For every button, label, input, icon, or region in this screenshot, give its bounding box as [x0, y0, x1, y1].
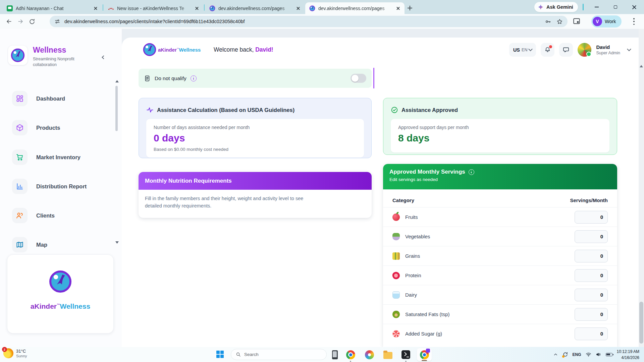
browser-tab-akinder-1[interactable]: dev.akinderwellness.com/pages — [205, 2, 305, 14]
category-icon — [392, 311, 400, 318]
reload-icon — [29, 18, 35, 25]
assistance-calculation-card: Assistance Calculation (Based on USDA Gu… — [139, 98, 372, 158]
wifi-icon[interactable] — [586, 352, 591, 357]
akinder-favicon — [309, 5, 315, 11]
taskbar-app-photos[interactable] — [364, 350, 374, 360]
bookmark-star-icon[interactable] — [556, 18, 563, 25]
clock-date: 4/16/2026 — [617, 355, 639, 361]
pinwheel-icon — [365, 350, 374, 359]
sidebar-scroll-down-arrow[interactable] — [115, 241, 119, 244]
product-box-icon — [16, 124, 24, 132]
weather-temperature: 31°C — [16, 349, 27, 354]
document-icon — [144, 75, 151, 82]
window-close-button[interactable] — [629, 2, 640, 12]
tab-title: dev.akinderwellness.com/pages — [218, 6, 292, 11]
forward-button[interactable] — [15, 16, 26, 27]
browser-tab-chat[interactable]: Adhi Narayanan - Chat — [3, 2, 102, 14]
browser-tab-akinder-active[interactable]: dev.akinderwellness.com/pages — [305, 2, 405, 14]
volume-icon[interactable] — [596, 352, 601, 357]
redmine-icon — [108, 5, 114, 11]
language-selector[interactable]: US EN — [509, 43, 536, 57]
address-bar[interactable]: dev.akinderwellness.com/pages/clients/in… — [50, 16, 568, 27]
sidebar-collapse-button[interactable] — [99, 53, 108, 62]
chat-bubble-icon — [562, 46, 570, 53]
scrollbar-up-arrow[interactable] — [640, 65, 643, 67]
taskbar-clock[interactable]: 10:12:19 AM 4/16/2026 — [617, 349, 639, 361]
search-icon — [236, 352, 241, 357]
tab-close-button[interactable] — [395, 5, 401, 11]
scrollbar-thumb[interactable] — [639, 302, 643, 344]
sidebar-item-products[interactable]: Products — [12, 120, 60, 135]
sidebar-item-distribution-report[interactable]: Distribution Report — [12, 179, 87, 194]
sidebar-item-dashboard[interactable]: Dashboard — [12, 91, 65, 106]
page-header: aKinder™Wellness Welcome back, David! US… — [122, 38, 639, 68]
sidebar-item-market-inventory[interactable]: Market Inventory — [12, 149, 80, 165]
clients-people-icon — [16, 212, 24, 220]
servings-input[interactable]: 0 — [575, 269, 608, 282]
browser-toolbar: dev.akinderwellness.com/pages/clients/in… — [0, 14, 644, 29]
dashboard-grid-icon — [16, 95, 24, 103]
battery-icon[interactable] — [606, 353, 612, 356]
map-icon — [16, 241, 24, 249]
do-not-qualify-toggle[interactable] — [351, 74, 366, 83]
tab-divider — [103, 4, 103, 11]
browser-tab-new-issue[interactable]: New issue - aKinderWellness Te — [104, 2, 203, 14]
sync-status-icon[interactable] — [562, 352, 568, 357]
taskbar-app-chrome[interactable] — [345, 350, 356, 360]
servings-input[interactable]: 0 — [575, 289, 608, 301]
sidebar-scroll-up-arrow[interactable] — [115, 80, 119, 82]
taskbar-weather-widget[interactable]: 2 31°C Sunny — [3, 348, 27, 358]
tray-chevron-up-icon[interactable] — [553, 352, 558, 357]
user-avatar[interactable] — [578, 43, 591, 57]
url-text[interactable]: dev.akinderwellness.com/pages/clients/in… — [64, 19, 541, 24]
servings-input[interactable]: 0 — [575, 211, 608, 224]
servings-input[interactable]: 0 — [575, 230, 608, 243]
locale-country: US — [513, 47, 520, 53]
sidebar-item-label: Dashboard — [36, 96, 65, 102]
sidebar-scrollbar-thumb[interactable] — [115, 86, 118, 131]
panel-subtitle: Edit servings as needed — [389, 177, 611, 182]
side-panel-button[interactable] — [572, 17, 581, 25]
password-key-icon[interactable] — [545, 18, 551, 25]
info-icon[interactable] — [191, 75, 197, 81]
sidebar-title: Wellness — [33, 46, 83, 55]
start-button[interactable] — [216, 351, 224, 358]
taskbar-app-chrome-active[interactable] — [417, 348, 432, 361]
notifications-button[interactable] — [541, 43, 554, 57]
gemini-icon — [538, 4, 544, 10]
app-notification-badge — [426, 349, 430, 353]
taskbar-app-file-explorer[interactable] — [383, 350, 393, 360]
ask-gemini-button[interactable]: Ask Gemini — [534, 2, 578, 12]
table-row: Vegetables 0 — [383, 227, 617, 246]
clock-time: 10:12:19 AM — [617, 349, 639, 355]
sidebar-item-clients[interactable]: Clients — [12, 208, 55, 223]
back-button[interactable] — [3, 16, 15, 27]
sidebar-item-label: Distribution Report — [36, 183, 87, 190]
new-tab-button[interactable] — [405, 3, 415, 13]
side-panel-icon — [572, 17, 581, 25]
tab-close-button[interactable] — [93, 5, 99, 11]
servings-input[interactable]: 0 — [575, 327, 608, 340]
window-minimize-button[interactable] — [591, 2, 602, 12]
browser-menu-button[interactable] — [633, 18, 635, 25]
tab-close-button[interactable] — [194, 5, 200, 11]
servings-input[interactable]: 0 — [575, 250, 608, 262]
browser-profile-chip[interactable]: V Work — [591, 15, 622, 27]
info-icon[interactable] — [469, 169, 474, 175]
table-row: Grains 0 — [383, 246, 617, 265]
akinder-wellness-wordmark: aKinder™Wellness — [158, 47, 201, 53]
input-language-indicator[interactable]: ENG — [573, 352, 581, 357]
taskbar-app-phone[interactable] — [330, 350, 340, 360]
sidebar-item-map[interactable]: Map — [12, 237, 47, 252]
user-menu-chevron-icon[interactable] — [627, 47, 631, 51]
taskbar-app-terminal[interactable] — [401, 350, 411, 360]
window-restore-button[interactable] — [610, 2, 621, 12]
servings-input[interactable]: 0 — [575, 308, 608, 321]
tab-close-button[interactable] — [295, 5, 301, 11]
messages-button[interactable] — [559, 43, 573, 57]
akinder-favicon — [209, 5, 215, 11]
taskbar-search-box[interactable]: Search — [231, 349, 327, 360]
page-scrollbar[interactable] — [639, 29, 644, 347]
reload-button[interactable] — [26, 16, 38, 27]
browser-tabstrip: Adhi Narayanan - Chat New issue - aKinde… — [0, 0, 644, 14]
